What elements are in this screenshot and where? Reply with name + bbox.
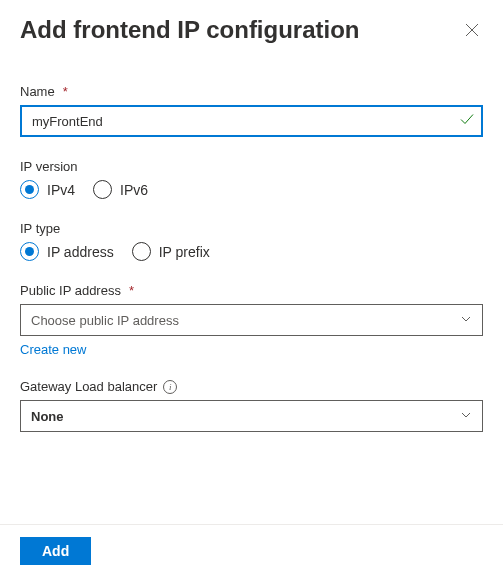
validation-check-icon xyxy=(459,112,475,131)
close-button[interactable] xyxy=(461,19,483,41)
ip-type-label: IP type xyxy=(20,221,483,236)
radio-ipv4[interactable]: IPv4 xyxy=(20,180,75,199)
radio-ip-prefix-label: IP prefix xyxy=(159,244,210,260)
public-ip-placeholder: Choose public IP address xyxy=(31,313,179,328)
name-label: Name* xyxy=(20,84,483,99)
panel-title: Add frontend IP configuration xyxy=(20,16,360,44)
ip-version-label: IP version xyxy=(20,159,483,174)
gateway-lb-value: None xyxy=(31,409,64,424)
create-new-link[interactable]: Create new xyxy=(20,342,86,357)
chevron-down-icon xyxy=(460,409,472,424)
radio-ipv6-label: IPv6 xyxy=(120,182,148,198)
add-button[interactable]: Add xyxy=(20,537,91,565)
radio-ip-prefix[interactable]: IP prefix xyxy=(132,242,210,261)
name-label-text: Name xyxy=(20,84,55,99)
required-marker: * xyxy=(63,84,68,99)
public-ip-label-text: Public IP address xyxy=(20,283,121,298)
required-marker: * xyxy=(129,283,134,298)
radio-ipv4-label: IPv4 xyxy=(47,182,75,198)
radio-ip-address[interactable]: IP address xyxy=(20,242,114,261)
radio-ip-address-label: IP address xyxy=(47,244,114,260)
gateway-lb-label: Gateway Load balancer i xyxy=(20,379,483,394)
chevron-down-icon xyxy=(460,313,472,328)
radio-icon xyxy=(93,180,112,199)
radio-icon xyxy=(132,242,151,261)
close-icon xyxy=(465,23,479,37)
info-icon[interactable]: i xyxy=(163,380,177,394)
radio-icon xyxy=(20,242,39,261)
radio-icon xyxy=(20,180,39,199)
name-input[interactable] xyxy=(20,105,483,137)
public-ip-label: Public IP address* xyxy=(20,283,483,298)
public-ip-select[interactable]: Choose public IP address xyxy=(20,304,483,336)
gateway-lb-select[interactable]: None xyxy=(20,400,483,432)
gateway-lb-label-text: Gateway Load balancer xyxy=(20,379,157,394)
radio-ipv6[interactable]: IPv6 xyxy=(93,180,148,199)
